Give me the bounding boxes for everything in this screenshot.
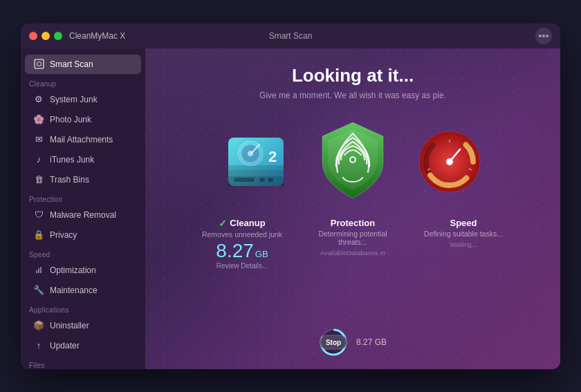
- trash-icon: 🗑: [33, 174, 44, 185]
- malware-icon: 🛡: [33, 209, 44, 221]
- main-title: Looking at it...: [292, 65, 414, 86]
- sidebar-item-smart-scan[interactable]: Smart Scan: [25, 55, 141, 74]
- app-window: CleanMyMac X Smart Scan Smart Scan: [21, 24, 560, 369]
- maintenance-label: Maintenance: [50, 286, 98, 295]
- cleanup-value: 8.27: [216, 241, 254, 261]
- photo-junk-icon: 🌸: [33, 114, 44, 125]
- titlebar: CleanMyMac X Smart Scan: [21, 24, 560, 48]
- protection-icon-container: [311, 117, 394, 207]
- maximize-button[interactable]: [54, 32, 62, 40]
- svg-point-1: [539, 35, 542, 37]
- svg-point-4: [37, 62, 41, 66]
- smart-scan-icon: [33, 59, 44, 70]
- settings-button[interactable]: [535, 28, 552, 44]
- protection-subtitle: Determining potential threats...: [304, 230, 401, 246]
- privacy-label: Privacy: [50, 230, 77, 240]
- cleanup-icon-container: 2: [221, 127, 290, 196]
- feature-icons-row: 2: [221, 117, 484, 207]
- close-button[interactable]: [29, 32, 37, 40]
- main-content: Smart Scan Cleanup ⚙ System Junk 🌸 Photo…: [21, 48, 560, 369]
- cleanup-card-title: ✓ Cleanup: [219, 218, 265, 229]
- speed-card-title: Speed: [450, 218, 477, 228]
- sidebar-item-maintenance[interactable]: 🔧 Maintenance: [25, 281, 141, 300]
- stop-gb-display: 8.27 GB: [356, 337, 387, 347]
- section-files: Files: [21, 356, 145, 369]
- speed-subtitle: Defining suitable tasks...: [424, 230, 503, 238]
- itunes-icon: ♪: [33, 154, 44, 165]
- uninstaller-label: Uninstaller: [50, 321, 89, 330]
- sidebar-item-mail-attachments[interactable]: ✉ Mail Attachments: [25, 130, 141, 149]
- privacy-icon: 🔒: [33, 230, 44, 241]
- cards-row: ✓ Cleanup Removes unneeded junk 8.27 GB …: [194, 218, 512, 270]
- svg-rect-17: [234, 178, 255, 182]
- updater-icon: ↑: [33, 340, 44, 351]
- optimization-label: Optimization: [50, 265, 96, 275]
- sidebar-smart-scan-label: Smart Scan: [50, 59, 93, 69]
- itunes-label: iTunes Junk: [50, 155, 94, 165]
- main-subtitle: Give me a moment. We all wish it was eas…: [259, 91, 446, 100]
- sidebar-item-system-junk[interactable]: ⚙ System Junk: [25, 90, 141, 109]
- photo-junk-label: Photo Junk: [50, 115, 91, 124]
- svg-rect-3: [35, 59, 44, 68]
- malware-label: Malware Removal: [50, 210, 116, 220]
- sidebar-item-trash-bins[interactable]: 🗑 Trash Bins: [25, 170, 141, 189]
- mail-icon: ✉: [33, 134, 44, 145]
- cleanup-unit: GB: [255, 249, 268, 259]
- cleanup-review-link[interactable]: Review Details...: [216, 262, 268, 270]
- traffic-lights: [29, 32, 62, 40]
- trash-label: Trash Bins: [50, 175, 89, 185]
- optimization-icon: [33, 265, 44, 276]
- maintenance-icon: 🔧: [33, 285, 44, 296]
- sidebar-item-updater[interactable]: ↑ Updater: [25, 336, 141, 355]
- sidebar-item-optimization[interactable]: Optimization: [25, 261, 141, 280]
- svg-rect-18: [259, 178, 265, 182]
- minimize-button[interactable]: [42, 32, 50, 40]
- system-junk-icon: ⚙: [33, 94, 44, 105]
- section-applications: Applications: [21, 301, 145, 315]
- cleanup-card: ✓ Cleanup Removes unneeded junk 8.27 GB …: [194, 218, 290, 270]
- main-panel: Looking at it... Give me a moment. We al…: [145, 48, 560, 369]
- speed-card: Speed Defining suitable tasks... Waiting…: [415, 218, 512, 250]
- protection-card: Protection Determining potential threats…: [304, 218, 401, 258]
- protection-card-title: Protection: [331, 218, 375, 228]
- svg-point-2: [546, 35, 548, 37]
- section-speed: Speed: [21, 245, 145, 260]
- uninstaller-icon: 📦: [33, 320, 44, 331]
- sidebar-item-uninstaller[interactable]: 📦 Uninstaller: [25, 316, 141, 335]
- mail-label: Mail Attachments: [50, 135, 113, 144]
- speed-detail: Waiting...: [450, 241, 477, 248]
- svg-point-0: [542, 35, 545, 37]
- section-cleanup: Cleanup: [21, 75, 145, 89]
- cleanup-subtitle: Removes unneeded junk: [202, 230, 282, 239]
- sidebar-item-photo-junk[interactable]: 🌸 Photo Junk: [25, 110, 141, 129]
- svg-point-26: [446, 158, 453, 165]
- stop-button[interactable]: Stop: [320, 335, 347, 349]
- speed-icon-container: [415, 127, 484, 196]
- sidebar-item-itunes-junk[interactable]: ♪ iTunes Junk: [25, 150, 141, 169]
- section-protection: Protection: [21, 190, 145, 205]
- cleanup-check-icon: ✓: [219, 218, 227, 229]
- titlebar-center-label: Smart Scan: [269, 31, 313, 41]
- protection-detail: AvailableDatabases.m: [320, 249, 385, 256]
- updater-label: Updater: [50, 341, 80, 351]
- sidebar: Smart Scan Cleanup ⚙ System Junk 🌸 Photo…: [21, 48, 145, 369]
- stop-button-container: Stop 8.27 GB: [319, 328, 387, 357]
- system-junk-label: System Junk: [50, 95, 98, 104]
- sidebar-item-malware-removal[interactable]: 🛡 Malware Removal: [25, 205, 141, 225]
- sidebar-item-privacy[interactable]: 🔒 Privacy: [25, 225, 141, 245]
- svg-rect-19: [268, 178, 273, 182]
- svg-text:2: 2: [268, 148, 277, 165]
